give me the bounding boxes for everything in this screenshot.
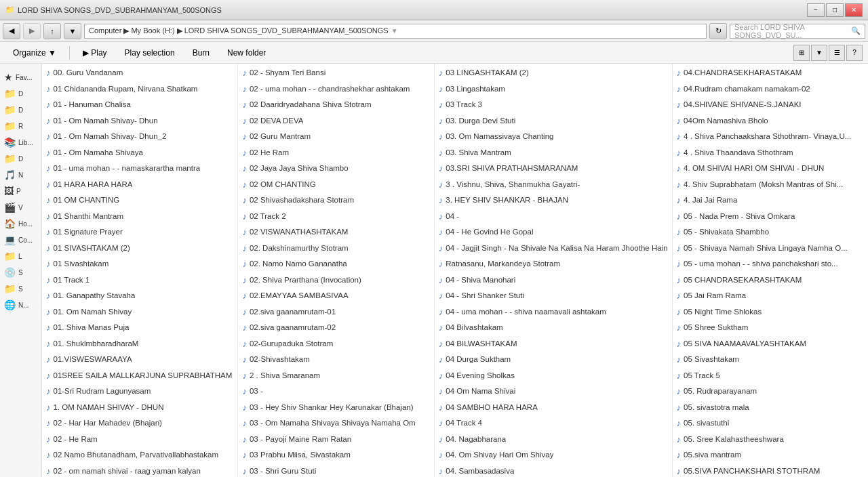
list-item[interactable]: ♪03 - Hey Shiv Shankar Hey Karunakar (Bh… xyxy=(238,400,433,416)
sidebar-item-pictures[interactable]: 🖼 P xyxy=(3,183,39,199)
list-item[interactable]: ♪01 Shanthi Mantram xyxy=(42,209,237,225)
list-item[interactable]: ♪1. OM NAMAH SHIVAY - DHUN xyxy=(42,400,237,416)
list-item[interactable]: ♪04 Bilvashtakam xyxy=(435,320,672,336)
list-item[interactable]: ♪04. Sambasadasiva xyxy=(435,463,672,478)
view-dropdown-button[interactable]: ▼ xyxy=(811,45,827,61)
close-button[interactable]: ✕ xyxy=(845,3,863,17)
sidebar-item-music[interactable]: 🎵 N xyxy=(3,167,39,183)
list-item[interactable]: ♪02.siva gaanamrutam-02 xyxy=(238,320,433,336)
play-button[interactable]: ▶ Play xyxy=(75,45,115,61)
list-item[interactable]: ♪01.VISWESWARAAYA xyxy=(42,352,237,368)
view-details-button[interactable]: ☰ xyxy=(829,45,845,61)
list-item[interactable]: ♪05 - Shivaya Namah Shiva Lingaya Namha … xyxy=(673,241,868,257)
new-folder-button[interactable]: New folder xyxy=(220,45,273,61)
list-item[interactable]: ♪01-Sri Rudram Lagunyasam xyxy=(42,383,237,400)
list-item[interactable]: ♪4 . Shiva Panchaakshara Sthothram- Vina… xyxy=(673,129,868,145)
list-item[interactable]: ♪05 Track 5 xyxy=(673,368,868,384)
back-button[interactable]: ◀ xyxy=(3,23,20,39)
list-item[interactable]: ♪05 - Shivakata Shambho xyxy=(673,224,868,241)
list-item[interactable]: ♪04. Nagabharana xyxy=(435,432,672,448)
list-item[interactable]: ♪05 Jai Ram Rama xyxy=(673,288,868,304)
list-item[interactable]: ♪05. sivastotra mala xyxy=(673,400,868,416)
list-item[interactable]: ♪03. Om Namassivaya Chanting xyxy=(435,129,672,145)
list-item[interactable]: ♪01 Track 1 xyxy=(42,272,237,289)
view-toggle-button[interactable]: ⊞ xyxy=(793,45,810,61)
list-item[interactable]: ♪03 - Shri Guru Stuti xyxy=(238,463,433,478)
list-item[interactable]: ♪2 . Shiva Smaranam xyxy=(238,368,433,384)
list-item[interactable]: ♪Ratnasanu, Markandeya Stotram xyxy=(435,256,672,272)
list-item[interactable]: ♪02 VISWANATHASHTAKAM xyxy=(238,224,433,241)
list-item[interactable]: ♪01. Om Namah Shivay xyxy=(42,304,237,320)
list-item[interactable]: ♪04 Om Nama Shivai xyxy=(435,383,672,400)
list-item[interactable]: ♪04Om Namashiva Bholo xyxy=(673,113,868,129)
list-item[interactable]: ♪04 - Shri Shanker Stuti xyxy=(435,288,672,304)
list-item[interactable]: ♪01 SIVASHTAKAM (2) xyxy=(42,241,237,257)
sidebar-item-network[interactable]: 🌐 N... xyxy=(3,297,39,313)
list-item[interactable]: ♪04 - xyxy=(435,209,672,225)
list-item[interactable]: ♪3. HEY SHIV SHANKAR - BHAJAN xyxy=(435,192,672,209)
burn-button[interactable]: Burn xyxy=(185,45,217,61)
play-selection-button[interactable]: Play selection xyxy=(117,45,182,61)
sidebar-item-s1[interactable]: 💿 S xyxy=(3,264,39,281)
list-item[interactable]: ♪03 Track 3 xyxy=(435,97,672,113)
list-item[interactable]: ♪01 - Om Namah Shivay- Dhun xyxy=(42,113,237,129)
list-item[interactable]: ♪03 - xyxy=(238,383,433,400)
list-item[interactable]: ♪01 - Hanuman Chalisa xyxy=(42,97,237,113)
list-item[interactable]: ♪05 - uma mohan - - shiva panchakshari s… xyxy=(673,256,868,272)
list-item[interactable]: ♪04 - Jagjit Singh - Na Shivale Na Kalis… xyxy=(435,241,672,257)
list-item[interactable]: ♪02 Guru Mantram xyxy=(238,129,433,145)
list-item[interactable]: ♪03 Lingashtakam xyxy=(435,81,672,98)
list-item[interactable]: ♪05. sivastuthi xyxy=(673,415,868,432)
list-item[interactable]: ♪02. Namo Namo Gananatha xyxy=(238,256,433,272)
list-item[interactable]: ♪05 Sivashtakam xyxy=(673,352,868,368)
list-item[interactable]: ♪02 OM CHANTING xyxy=(238,177,433,193)
list-item[interactable]: ♪03 LINGASHTAKAM (2) xyxy=(435,65,672,81)
list-item[interactable]: ♪04.SHIVANE SHIVANE-S.JANAKI xyxy=(673,97,868,113)
list-item[interactable]: ♪05 SIVA NAAMAAVALYASHTAKAM xyxy=(673,336,868,352)
list-item[interactable]: ♪3 . Vishnu, Shiva, Shanmukha Gayatri- xyxy=(435,177,672,193)
list-item[interactable]: ♪02 Namo Bhutanadham, Parvativallabhasta… xyxy=(42,447,237,463)
list-item[interactable]: ♪03 - Om Namaha Shivaya Shivaya Namaha O… xyxy=(238,415,433,432)
list-item[interactable]: ♪05.SIVA PANCHAKSHARI STOTHRAM xyxy=(673,463,868,478)
list-item[interactable]: ♪04 BILWASHTAKAM xyxy=(435,336,672,352)
list-item[interactable]: ♪04.CHANDRASEKHARASTAKAM xyxy=(673,65,868,81)
list-item[interactable]: ♪05 CHANDRASEKARASHTAKAM xyxy=(673,272,868,289)
search-box[interactable]: Search LORD SHIVA SONGS_DVD_SU... 🔍 xyxy=(730,24,865,39)
list-item[interactable]: ♪01 Sivashtakam xyxy=(42,256,237,272)
sidebar-item-s2[interactable]: 📁 S xyxy=(3,281,39,297)
sidebar-item-d3[interactable]: 📁 D xyxy=(3,150,39,167)
address-path[interactable]: Computer ▶ My Book (H:) ▶ LORD SHIVA SON… xyxy=(84,24,707,39)
list-item[interactable]: ♪04 Evening Sholkas xyxy=(435,368,672,384)
list-item[interactable]: ♪04.Rudram chamakam namakam-02 xyxy=(673,81,868,98)
list-item[interactable]: ♪04 - uma mohan - - shiva naamavali asht… xyxy=(435,304,672,320)
list-item[interactable]: ♪04 Track 4 xyxy=(435,415,672,432)
list-item[interactable]: ♪05.siva mantram xyxy=(673,447,868,463)
organize-button[interactable]: Organize ▼ xyxy=(5,45,64,61)
list-item[interactable]: ♪03. Shiva Mantram xyxy=(435,145,672,161)
list-item[interactable]: ♪04 - Shiva Manohari xyxy=(435,272,672,289)
list-item[interactable]: ♪4. OM SHIVAI HARI OM SHIVAI - DHUN xyxy=(673,161,868,177)
list-item[interactable]: ♪02 - om namah shivai - raag yaman kalya… xyxy=(42,463,237,478)
list-item[interactable]: ♪01 HARA HARA HARA xyxy=(42,177,237,193)
recent-button[interactable]: ▼ xyxy=(64,23,81,39)
list-item[interactable]: ♪02 Shivashadakshara Stotram xyxy=(238,192,433,209)
help-button[interactable]: ? xyxy=(846,45,863,61)
maximize-button[interactable]: □ xyxy=(826,3,844,17)
list-item[interactable]: ♪01 - Om Namah Shivay- Dhun_2 xyxy=(42,129,237,145)
sidebar-item-l[interactable]: 📁 L xyxy=(3,248,39,264)
list-item[interactable]: ♪4 . Shiva Thaandava Sthothram xyxy=(673,145,868,161)
list-item[interactable]: ♪02 Track 2 xyxy=(238,209,433,225)
list-item[interactable]: ♪05. Sree Kalahastheeshwara xyxy=(673,432,868,448)
list-item[interactable]: ♪00. Guru Vandanam xyxy=(42,65,237,81)
list-item[interactable]: ♪01. Ganapathy Stavaha xyxy=(42,288,237,304)
list-item[interactable]: ♪02. Dakshinamurthy Stotram xyxy=(238,241,433,257)
list-item[interactable]: ♪01. ShuklmbharadharaM xyxy=(42,336,237,352)
sidebar-item-libraries[interactable]: 📚 Lib... xyxy=(3,134,39,150)
list-item[interactable]: ♪05. Rudraparayanam xyxy=(673,383,868,400)
list-item[interactable]: ♪01. Shiva Manas Puja xyxy=(42,320,237,336)
list-item[interactable]: ♪01 - Om Namaha Shivaya xyxy=(42,145,237,161)
list-item[interactable]: ♪02 - Har Har Mahadev (Bhajan) xyxy=(42,415,237,432)
sidebar-item-homegroup[interactable]: 🏠 Ho... xyxy=(3,215,39,232)
list-item[interactable]: ♪02 DEVA DEVA xyxy=(238,113,433,129)
forward-button[interactable]: ▶ xyxy=(23,23,41,39)
